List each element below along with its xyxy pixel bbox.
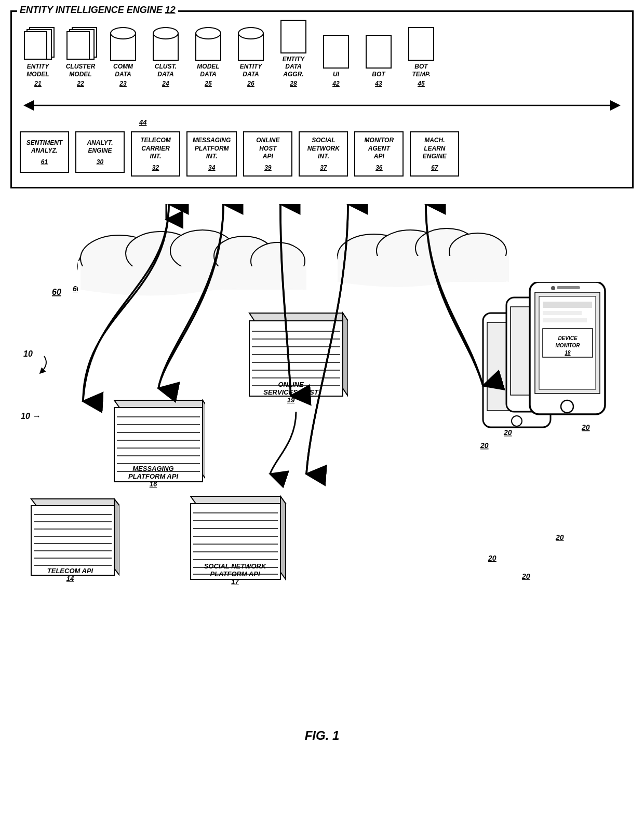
processor-sentiment: SENTIMENTANALYZ. 61	[20, 131, 69, 173]
stacked-pages-icon	[24, 27, 52, 61]
server-messaging: MESSAGINGPLATFORM API16	[101, 396, 205, 492]
eie-number: 12	[165, 5, 176, 15]
svg-point-5	[169, 242, 236, 286]
svg-point-13	[251, 242, 305, 280]
svg-rect-8	[78, 261, 301, 292]
svg-rect-46	[31, 506, 114, 575]
datastores-row: ENTITYMODEL 21 CLUSTERMODEL 22 COMMDATA	[20, 20, 624, 87]
svg-text:DEVICE: DEVICE	[558, 335, 578, 341]
rect-card-icon-1	[280, 20, 306, 53]
svg-point-6	[208, 246, 270, 287]
horiz-arrow-bar	[20, 98, 624, 113]
svg-point-11	[170, 230, 235, 272]
svg-point-7	[242, 249, 299, 289]
server-social: SOCIAL NETWORKPLATFORM API17	[179, 492, 291, 590]
processor-ml: MACH.LEARNENGINE 67	[410, 131, 459, 177]
svg-point-15	[338, 234, 410, 278]
datastore-clust-data: CLUST.DATA 24	[147, 27, 184, 87]
eie-title-text: ENTITY INTELLIGENCE ENGINE	[20, 5, 163, 15]
cloud-60-label: 60	[73, 284, 81, 293]
server-telecom: TELECOM API14	[21, 495, 119, 586]
rect-card-icon-2	[323, 35, 349, 69]
mobile-num-3: 20	[556, 533, 564, 541]
ref-10-label: 10 →	[21, 412, 41, 421]
processors-section: SENTIMENTANALYZ. 61 ANALYT.ENGINE 30 TEL…	[20, 131, 624, 177]
stacked-pages-icon-2	[66, 27, 95, 61]
processor-social: SOCIALNETWORKINT. 37	[299, 131, 348, 177]
datastore-cluster-model: CLUSTERMODEL 22	[62, 27, 99, 87]
processor-analytic: ANALYT.ENGINE 30	[75, 131, 125, 173]
datastore-bot: BOT 43	[360, 35, 397, 87]
svg-marker-44	[31, 499, 119, 506]
svg-text:20: 20	[581, 423, 590, 431]
svg-point-12	[214, 236, 274, 276]
cloud-num-label: 60	[52, 288, 61, 296]
datastore-entity-model: ENTITYMODEL 21	[20, 27, 56, 87]
processors-row: SENTIMENTANALYZ. 61 ANALYT.ENGINE 30 TEL…	[20, 131, 624, 177]
svg-rect-19	[338, 256, 506, 282]
eie-box: ENTITY INTELLIGENCE ENGINE 12 ENTITYMODE…	[10, 10, 634, 188]
svg-point-77	[551, 286, 555, 290]
eie-title: ENTITY INTELLIGENCE ENGINE 12	[17, 5, 178, 16]
social-label: SOCIAL NETWORKPLATFORM API17	[179, 562, 291, 586]
datastore-model-data: MODELDATA 25	[190, 27, 226, 87]
server-online-host: ONLINESERVICES HOST19	[234, 308, 348, 409]
cylinder-icon-1	[110, 27, 136, 61]
svg-text:20: 20	[503, 428, 512, 437]
cylinder-icon-4	[238, 27, 264, 61]
rect-card-icon-3	[366, 35, 392, 69]
processor-telecom: TELECOMCARRIERINT. 32	[131, 131, 180, 177]
fig-label: FIG. 1	[10, 728, 634, 743]
mobile-devices-group: 20 20 20	[478, 282, 618, 583]
online-host-label: ONLINESERVICES HOST19	[234, 381, 348, 404]
svg-point-17	[415, 228, 478, 268]
svg-text:18: 18	[565, 350, 571, 356]
processor-monitor: MONITORAGENTAPI 36	[354, 131, 404, 177]
svg-marker-45	[114, 499, 119, 575]
datastore-comm-data: COMMDATA 23	[105, 27, 141, 87]
svg-point-16	[377, 230, 444, 272]
ref-10: 10	[23, 349, 55, 374]
datastore-bot-temp: BOTTEMP. 45	[403, 27, 439, 87]
processor-messaging: MESSAGINGPLATFORMINT. 34	[186, 131, 237, 177]
svg-marker-33	[114, 400, 205, 408]
diagram-area: 10	[10, 204, 634, 723]
rect-card-icon-4	[408, 27, 434, 61]
svg-rect-83	[543, 318, 587, 322]
svg-marker-22	[249, 313, 348, 321]
mobile-num-1: 20	[488, 554, 497, 562]
svg-text:MONITOR: MONITOR	[555, 343, 580, 348]
mobile-num-2: 20	[522, 572, 530, 580]
ref-44-label: 44	[20, 118, 624, 126]
datastore-entity-data-aggr: ENTITYDATAAGGR. 28	[275, 20, 312, 87]
svg-rect-82	[543, 311, 582, 315]
processor-online-host: ONLINEHOSTAPI 39	[243, 131, 292, 177]
svg-point-4	[125, 238, 197, 284]
datastore-entity-data: ENTITYDATA 26	[233, 27, 269, 87]
svg-point-3	[78, 240, 161, 292]
main-container: ENTITY INTELLIGENCE ENGINE 12 ENTITYMODE…	[10, 10, 634, 743]
svg-point-18	[449, 233, 506, 270]
svg-rect-78	[557, 286, 580, 289]
messaging-label: MESSAGINGPLATFORM API16	[101, 465, 205, 488]
cylinder-icon-3	[195, 27, 221, 61]
svg-text:20: 20	[480, 441, 489, 450]
svg-rect-81	[543, 302, 592, 308]
datastore-ui: UI 42	[318, 35, 354, 87]
svg-point-9	[81, 235, 158, 282]
cylinder-icon-2	[153, 27, 179, 61]
svg-point-10	[126, 232, 196, 275]
svg-marker-55	[191, 496, 286, 504]
telecom-label: TELECOM API14	[21, 567, 119, 582]
cloud-shape	[78, 230, 306, 295]
svg-rect-14	[81, 266, 306, 290]
